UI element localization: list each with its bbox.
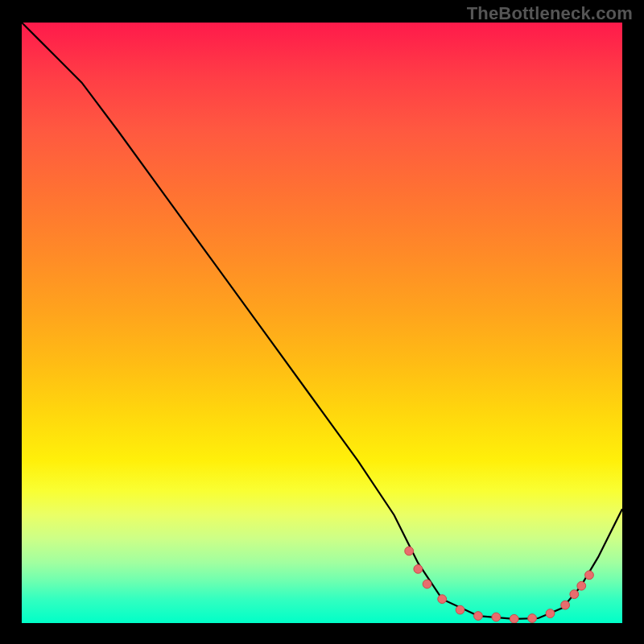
curve-dot <box>577 581 586 590</box>
chart-frame: TheBottleneck.com <box>0 0 644 644</box>
curve-dot <box>510 614 518 623</box>
curve-dot <box>528 614 537 623</box>
curve-dot <box>546 609 555 618</box>
curve-dot <box>561 601 570 609</box>
curve-dot <box>414 564 423 573</box>
watermark-text: TheBottleneck.com <box>467 3 633 24</box>
curve-dot <box>585 571 594 580</box>
bottleneck-curve <box>22 23 622 619</box>
curve-layer <box>22 23 622 623</box>
curve-dot <box>492 613 501 621</box>
curve-dot <box>474 612 483 621</box>
curve-dot <box>570 590 579 599</box>
curve-dot <box>438 595 447 604</box>
curve-dot <box>405 547 414 555</box>
curve-dot <box>423 580 431 588</box>
curve-dot <box>456 605 464 614</box>
plot-area <box>22 23 622 623</box>
